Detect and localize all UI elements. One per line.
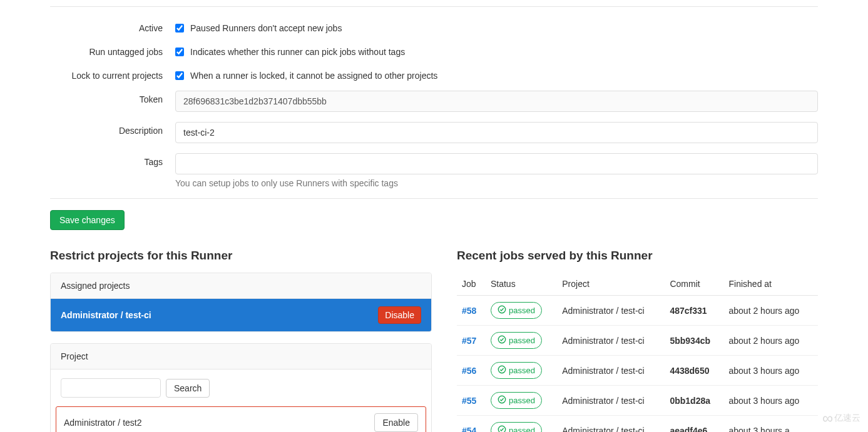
commit-hash[interactable]: 0bb1d28a <box>670 396 710 406</box>
table-row: #57passedAdministrator / test-ci5bb934cb… <box>457 326 818 356</box>
commit-hash[interactable]: 5bb934cb <box>670 336 710 346</box>
status-text: passed <box>509 426 535 432</box>
project-cell: Administrator / test-ci <box>557 326 665 356</box>
th-status: Status <box>486 273 557 296</box>
assigned-projects-header: Assigned projects <box>51 273 431 299</box>
status-text: passed <box>509 336 535 345</box>
watermark-text: 亿速云 <box>834 413 860 424</box>
job-link[interactable]: #54 <box>462 426 476 433</box>
finished-cell: about 3 hours a <box>724 416 819 433</box>
divider-mid <box>50 198 818 199</box>
finished-cell: about 2 hours ago <box>724 296 819 326</box>
enable-button[interactable]: Enable <box>374 413 418 432</box>
status-badge[interactable]: passed <box>491 362 542 379</box>
label-locked: Lock to current projects <box>50 67 175 81</box>
recent-jobs-table: Job Status Project Commit Finished at #5… <box>457 273 818 432</box>
project-search-input[interactable] <box>61 378 161 398</box>
assigned-project-name: Administrator / test-ci <box>61 310 151 320</box>
table-row: #56passedAdministrator / test-ci4438d650… <box>457 356 818 386</box>
divider-top <box>50 6 818 7</box>
form-row-locked: Lock to current projects When a runner i… <box>50 67 818 81</box>
checkbox-untagged[interactable] <box>175 48 184 56</box>
project-cell: Administrator / test-ci <box>557 386 665 416</box>
form-row-token: Token <box>50 91 818 112</box>
save-changes-button[interactable]: Save changes <box>50 210 125 230</box>
assigned-projects-panel: Assigned projects Administrator / test-c… <box>50 273 432 332</box>
project-cell: Administrator / test-ci <box>557 356 665 386</box>
status-text: passed <box>509 306 535 315</box>
project-cell: Administrator / test-ci <box>557 416 665 433</box>
desc-untagged: Indicates whether this runner can pick j… <box>190 47 405 57</box>
disable-button[interactable]: Disable <box>378 306 421 324</box>
available-project-name: Administrator / test2 <box>64 418 142 428</box>
th-job: Job <box>457 273 486 296</box>
check-circle-icon <box>498 365 506 376</box>
help-tags: You can setup jobs to only use Runners w… <box>175 178 818 188</box>
job-link[interactable]: #56 <box>462 366 476 376</box>
form-row-tags: Tags You can setup jobs to only use Runn… <box>50 153 818 188</box>
checkbox-active[interactable] <box>175 24 184 33</box>
status-badge[interactable]: passed <box>491 302 542 319</box>
check-circle-icon <box>498 395 506 406</box>
form-row-untagged: Run untagged jobs Indicates whether this… <box>50 43 818 57</box>
infinity-icon: ∞ <box>822 411 833 426</box>
commit-hash[interactable]: aeadf4e6 <box>670 426 707 433</box>
desc-active: Paused Runners don't accept new jobs <box>190 23 342 33</box>
check-circle-icon <box>498 335 506 346</box>
status-badge[interactable]: passed <box>491 332 542 349</box>
table-row: #58passedAdministrator / test-ci487cf331… <box>457 296 818 326</box>
recent-jobs-title: Recent jobs served by this Runner <box>457 249 818 263</box>
commit-hash[interactable]: 487cf331 <box>670 306 707 316</box>
job-link[interactable]: #57 <box>462 336 476 346</box>
table-row: #54passedAdministrator / test-ciaeadf4e6… <box>457 416 818 433</box>
commit-hash[interactable]: 4438d650 <box>670 366 709 376</box>
th-project: Project <box>557 273 665 296</box>
svg-point-4 <box>498 426 505 432</box>
finished-cell: about 2 hours ago <box>724 326 819 356</box>
th-commit: Commit <box>665 273 723 296</box>
search-button[interactable]: Search <box>166 379 210 398</box>
check-circle-icon <box>498 425 506 432</box>
label-active: Active <box>50 19 175 33</box>
label-description: Description <box>50 122 175 136</box>
watermark: ∞ 亿速云 <box>822 411 860 426</box>
job-link[interactable]: #58 <box>462 306 476 316</box>
project-cell: Administrator / test-ci <box>557 296 665 326</box>
finished-cell: about 3 hours ago <box>724 386 819 416</box>
label-untagged: Run untagged jobs <box>50 43 175 57</box>
status-text: passed <box>509 396 535 405</box>
check-circle-icon <box>498 305 506 316</box>
desc-locked: When a runner is locked, it cannot be as… <box>190 71 437 81</box>
assigned-project-row: Administrator / test-ci Disable <box>51 299 431 331</box>
status-badge[interactable]: passed <box>491 392 542 409</box>
form-row-description: Description <box>50 122 818 143</box>
label-token: Token <box>50 91 175 104</box>
project-search-panel: Project Search Administrator / test2 Ena… <box>50 343 432 432</box>
job-link[interactable]: #55 <box>462 396 476 406</box>
input-token[interactable] <box>175 91 818 112</box>
checkbox-locked[interactable] <box>175 71 184 80</box>
status-badge[interactable]: passed <box>491 422 542 432</box>
table-row: #55passedAdministrator / test-ci0bb1d28a… <box>457 386 818 416</box>
th-finished: Finished at <box>724 273 819 296</box>
status-text: passed <box>509 366 535 375</box>
available-project-row: Administrator / test2 Enable <box>56 406 426 432</box>
input-description[interactable] <box>175 122 818 143</box>
restrict-title: Restrict projects for this Runner <box>50 249 432 263</box>
form-row-active: Active Paused Runners don't accept new j… <box>50 19 818 33</box>
finished-cell: about 3 hours ago <box>724 356 819 386</box>
project-header: Project <box>51 344 431 369</box>
input-tags[interactable] <box>175 153 818 174</box>
label-tags: Tags <box>50 153 175 167</box>
